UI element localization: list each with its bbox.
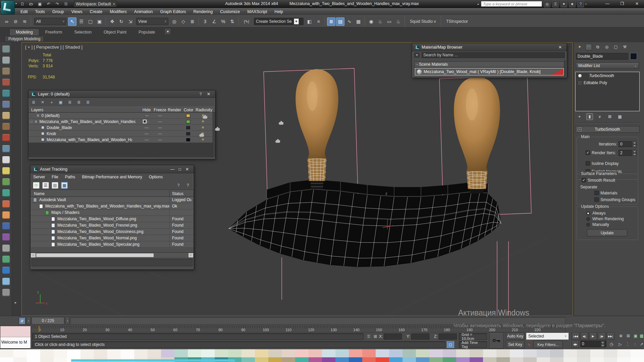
new-file-icon[interactable]: 🗋 — [19, 1, 26, 7]
select-and-move-icon[interactable]: ✥ — [108, 17, 116, 26]
configure-modifier-sets-icon[interactable]: ▦ — [616, 113, 623, 120]
zoom-extents-icon[interactable]: ▣ — [632, 333, 639, 339]
redo-icon[interactable]: ↷ — [54, 1, 61, 7]
render-iters-checkbox[interactable]: ✓ — [586, 150, 590, 155]
left-toolbar-icon[interactable] — [2, 112, 10, 119]
search-binoculars-icon[interactable]: ◎ — [544, 1, 550, 7]
asset-row[interactable]: Mezzaluna_Two_Blades_Wood_Glossiness.png… — [31, 229, 194, 235]
left-toolbar-icon[interactable] — [2, 289, 10, 296]
pin-stack-icon[interactable]: ⌖ — [576, 113, 583, 120]
iterations-field[interactable]: 0 — [619, 141, 632, 147]
tab-utilities-icon[interactable]: ⚒ — [622, 44, 628, 50]
layer-dialog-titlebar[interactable]: Layer: 0 (default) ? ✕ — [29, 90, 215, 98]
layer-manager-icon[interactable]: ≣ — [327, 17, 335, 26]
modifier-list-dropdown[interactable]: Modifier List ⌄ — [576, 62, 639, 69]
use-pivot-center-icon[interactable]: ◎ — [170, 17, 178, 26]
asset-hscrollbar[interactable]: ‹ › — [31, 252, 193, 257]
object-name-field[interactable]: Double_Blade — [576, 53, 628, 60]
window-crossing-toggle-icon[interactable]: ▣ — [95, 17, 104, 26]
scroll-right-icon[interactable]: › — [189, 253, 193, 257]
left-toolbar-icon[interactable] — [2, 68, 10, 75]
toolbar-tsinspector[interactable]: TSInspector — [443, 19, 471, 24]
menu-item[interactable]: Help — [271, 9, 287, 14]
asset-row[interactable]: Mezzaluna_Two_Blades_Wood_Normal.png Fou… — [31, 235, 194, 241]
minimize-button[interactable]: — — [604, 1, 611, 6]
time-slider-prev-icon[interactable]: ‹ — [26, 317, 31, 324]
set-keys-big-button[interactable] — [489, 333, 504, 349]
add-time-tag[interactable]: Add Time Tag — [459, 341, 487, 348]
time-slider-handle[interactable]: 0 / 225 — [32, 317, 64, 324]
layer-row[interactable]: Knob —— ✳ — [29, 131, 215, 137]
menu-item[interactable]: Create — [86, 9, 106, 14]
show-end-result-icon[interactable]: ▮ — [586, 113, 593, 120]
tab-display-icon[interactable]: ▢ — [612, 44, 619, 50]
left-toolbar-icon[interactable] — [2, 278, 10, 285]
menu-item[interactable]: Rendering — [190, 9, 217, 14]
left-toolbar-icon[interactable] — [2, 189, 10, 197]
auto-key-button[interactable]: Auto Key — [506, 333, 525, 340]
asset-minimize-button[interactable]: — — [169, 167, 176, 172]
curve-editor-icon[interactable]: ∿ — [345, 17, 354, 26]
left-toolbar-icon[interactable] — [2, 156, 10, 164]
asset-row[interactable]: Mezzaluna_Two_Blades_Wood_Specular.png F… — [31, 241, 194, 248]
highlight-selected-layer-icon[interactable]: ≣ — [66, 99, 73, 106]
context-help-icon[interactable]: ? — [184, 182, 191, 189]
left-toolbar-icon[interactable] — [2, 234, 10, 241]
render-production-icon[interactable]: ♨ — [394, 17, 402, 26]
current-frame-field[interactable]: 0 ▲▼ — [580, 341, 606, 347]
select-by-name-icon[interactable]: ☰ — [77, 17, 86, 26]
left-toolbar-icon[interactable] — [2, 57, 10, 64]
walk-through-icon[interactable]: ⁚ — [624, 341, 631, 348]
spinner-snap-icon[interactable]: ⇅ — [228, 17, 236, 26]
asset-row[interactable]: Mezzaluna_with_Two_Blades_and_Wooden_Han… — [31, 203, 194, 209]
tab-modify-icon[interactable]: ◠ — [585, 44, 592, 50]
create-new-layer-icon[interactable]: ≣ — [30, 99, 37, 106]
y-coord-field[interactable] — [411, 334, 429, 340]
key-filters-button[interactable]: Key Filters... — [533, 341, 563, 348]
select-highlighted-icon[interactable]: ▣ — [57, 99, 64, 106]
wooden-handle-right[interactable] — [454, 76, 500, 193]
tab-create-icon[interactable]: ✶ — [576, 44, 583, 50]
viewport-tab-arrow-icon[interactable]: ▸ — [15, 300, 17, 305]
communication-center-icon[interactable]: ✦ — [560, 1, 567, 7]
asset-menu-item[interactable]: Paths — [65, 175, 75, 179]
zoom-all-icon[interactable]: ⊞ — [625, 333, 632, 339]
percent-snap-icon[interactable]: % — [219, 17, 227, 26]
left-toolbar-icon[interactable] — [2, 79, 10, 86]
select-and-manipulate-icon[interactable]: ◇ — [179, 17, 187, 26]
paste-icon[interactable]: ⎘ — [63, 1, 69, 7]
list-view-icon[interactable]: ☰ — [42, 182, 49, 189]
ribbon-tab-modeling[interactable]: Modeling — [9, 28, 39, 36]
layer-list-scrollbar[interactable] — [213, 113, 215, 157]
delete-layer-icon[interactable]: ✕ — [39, 99, 46, 106]
turbosmooth-rollout-header[interactable]: − TurboSmooth — [575, 126, 640, 133]
menu-item[interactable]: Views — [67, 9, 86, 14]
select-and-link-icon[interactable]: ∞ — [2, 17, 11, 26]
manually-radio[interactable] — [586, 223, 590, 227]
material-editor-icon[interactable]: ◉ — [367, 17, 375, 26]
asset-menu-item[interactable]: Options — [149, 175, 163, 179]
selection-lock-icon[interactable]: ⚿ — [365, 333, 372, 340]
asset-maximize-button[interactable]: □ — [176, 167, 183, 172]
ribbon-tab-populate[interactable]: Populate — [132, 29, 161, 36]
ribbon-toggle-icon[interactable]: ▤ — [336, 17, 344, 26]
expand-plus-icon[interactable]: + — [578, 81, 581, 84]
keyboard-override-icon[interactable]: ≣ — [188, 17, 197, 26]
ribbon-minimize-icon[interactable]: ▾ — [164, 28, 171, 35]
polygon-modeling-panel[interactable]: Polygon Modeling — [5, 36, 44, 42]
help-globe-icon[interactable]: ? — [175, 182, 182, 189]
isolate-selection-icon[interactable]: ◻ — [447, 341, 454, 348]
matbrowser-titlebar[interactable]: Material/Map Browser ✕ — [412, 43, 567, 51]
left-toolbar-icon[interactable] — [2, 90, 10, 97]
selection-set-dropdown[interactable]: Selected˅ — [526, 333, 569, 340]
asset-menu-item[interactable]: Server — [33, 175, 45, 179]
open-file-icon[interactable]: 🗁 — [28, 1, 35, 7]
restore-button[interactable]: ❐ — [619, 1, 626, 6]
left-toolbar-icon[interactable] — [2, 46, 10, 53]
make-unique-icon[interactable]: ∨ — [596, 113, 603, 120]
undo-icon[interactable]: ↶ — [45, 1, 52, 7]
left-toolbar-icon[interactable] — [2, 256, 10, 263]
z-coord-field[interactable] — [439, 334, 457, 340]
left-toolbar-icon[interactable] — [2, 178, 10, 186]
tab-hierarchy-icon[interactable]: ⧉ — [594, 44, 601, 50]
